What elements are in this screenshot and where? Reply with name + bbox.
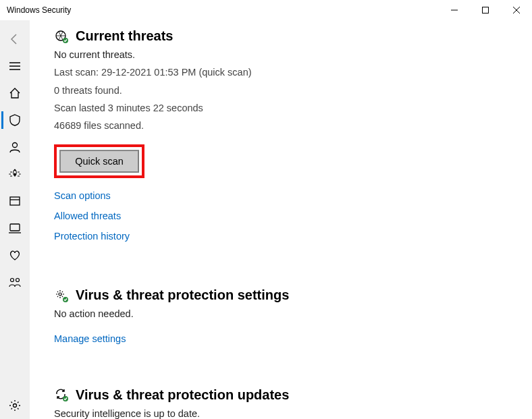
main-content: Current threats No current threats. Last… [30,20,532,419]
scan-duration: Scan lasted 3 minutes 22 seconds [54,101,532,115]
settings-icon [54,288,69,303]
svg-point-14 [16,279,20,282]
current-threats-heading: Current threats [54,28,532,44]
sidebar-item-account[interactable] [1,134,28,161]
sidebar-item-family[interactable] [1,269,28,296]
threats-found: 0 threats found. [54,84,532,97]
current-threats-title: Current threats [76,28,173,44]
titlebar: Windows Security [0,0,532,20]
svg-point-13 [11,279,14,282]
scan-options-link[interactable]: Scan options [54,190,532,201]
svg-point-8 [14,173,16,175]
sidebar-item-app-browser[interactable] [1,188,28,215]
allowed-threats-link[interactable]: Allowed threats [54,211,532,221]
sidebar-item-home[interactable] [1,80,28,107]
svg-rect-9 [10,197,20,205]
window-title: Windows Security [7,5,71,15]
files-scanned: 46689 files scanned. [54,119,532,132]
close-button[interactable] [501,0,532,20]
threats-status: No current threats. [54,48,532,61]
settings-status: No action needed. [54,307,532,320]
sidebar-item-device-security[interactable] [1,215,28,242]
svg-point-18 [59,293,61,296]
back-button[interactable] [1,26,28,53]
maximize-button[interactable] [470,0,501,20]
protection-history-link[interactable]: Protection history [54,231,532,242]
updates-heading: Virus & threat protection updates [54,387,532,403]
settings-heading: Virus & threat protection settings [54,287,532,303]
sidebar-item-virus-protection[interactable] [1,107,28,134]
menu-button[interactable] [1,53,28,80]
svg-point-7 [13,143,18,148]
quick-scan-highlight-box: Quick scan [54,144,144,178]
updates-icon [54,387,69,402]
sidebar-item-settings[interactable] [1,392,28,419]
sidebar-item-device-performance[interactable] [1,242,28,269]
settings-title: Virus & threat protection settings [76,287,289,303]
manage-settings-link[interactable]: Manage settings [54,333,532,344]
svg-point-15 [14,404,17,408]
last-scan-info: Last scan: 29-12-2021 01:53 PM (quick sc… [54,65,532,79]
sidebar-item-firewall[interactable] [1,161,28,188]
sidebar [0,20,30,419]
svg-rect-11 [10,224,20,231]
svg-rect-1 [483,7,489,13]
updates-status: Security intelligence is up to date. [54,407,532,419]
threats-icon [54,29,69,44]
updates-title: Virus & threat protection updates [76,387,289,403]
quick-scan-button[interactable]: Quick scan [59,150,139,173]
minimize-button[interactable] [439,0,470,20]
